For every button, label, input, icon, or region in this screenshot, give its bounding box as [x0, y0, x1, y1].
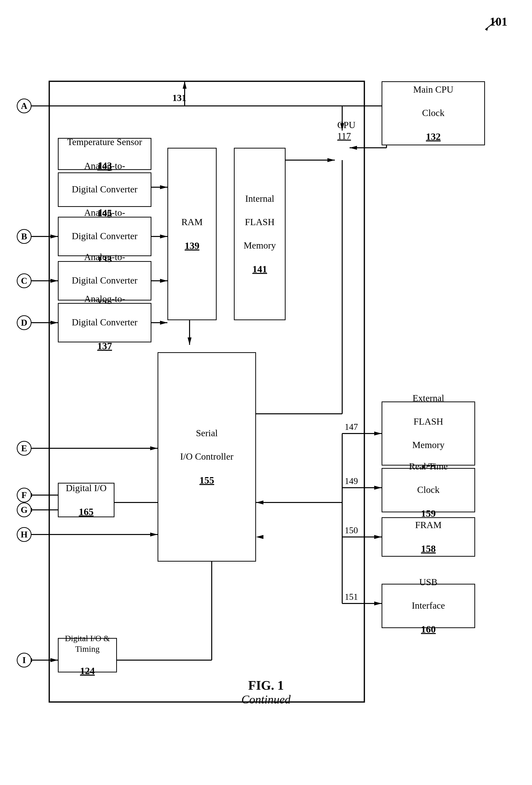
- figure-label: FIG. 1 Continued: [241, 678, 291, 706]
- svg-marker-15: [188, 337, 191, 345]
- svg-text:149: 149: [345, 476, 358, 486]
- external-flash-box: External FLASH Memory 157: [381, 402, 475, 465]
- serial-io-box: Serial I/O Controller 155: [158, 352, 256, 562]
- svg-marker-19: [327, 158, 335, 162]
- circle-h: H: [17, 527, 31, 542]
- svg-marker-49: [374, 486, 381, 490]
- svg-text:CPU: CPU: [337, 120, 355, 130]
- circle-g: G: [17, 503, 31, 517]
- svg-text:117: 117: [337, 131, 351, 141]
- svg-marker-46: [374, 432, 381, 435]
- main-cpu-clock-box: Main CPU Clock 132: [381, 81, 485, 145]
- adc-137-box: Analog-to- Digital Converter 137: [58, 303, 152, 343]
- svg-text:150: 150: [345, 525, 358, 535]
- adc-145-box: Analog-to- Digital Converter 145: [58, 172, 152, 207]
- svg-marker-7: [340, 123, 344, 130]
- svg-marker-37: [150, 533, 158, 536]
- circle-b: B: [17, 229, 31, 244]
- svg-marker-5: [183, 81, 187, 89]
- svg-text:151: 151: [345, 592, 358, 602]
- svg-marker-33: [51, 321, 58, 325]
- adc-133-box: Analog-to- Digital Converter 133: [58, 217, 152, 256]
- internal-flash-box: Internal FLASH Memory 141: [234, 148, 286, 320]
- svg-marker-27: [160, 321, 167, 325]
- svg-marker-60: [256, 501, 263, 504]
- svg-marker-53: [256, 535, 263, 539]
- ram-box: RAM 139: [167, 148, 217, 320]
- svg-marker-31: [51, 279, 58, 283]
- svg-marker-56: [374, 602, 381, 605]
- svg-text:131: 131: [172, 93, 186, 103]
- patent-arrow: [478, 15, 507, 34]
- fram-box: FRAM 158: [381, 517, 475, 557]
- svg-marker-23: [160, 234, 167, 238]
- page: 101 131 CPU 117: [0, 0, 532, 785]
- svg-text:147: 147: [345, 422, 358, 432]
- circle-c: C: [17, 273, 31, 288]
- circle-a: A: [17, 99, 31, 113]
- svg-marker-21: [160, 185, 167, 189]
- usb-interface-box: USB Interface 160: [381, 584, 475, 628]
- circle-f: F: [17, 488, 31, 503]
- svg-marker-62: [51, 658, 58, 662]
- svg-marker-52: [374, 535, 381, 539]
- svg-marker-35: [150, 446, 158, 450]
- digital-io-timing-box: Digital I/O & Timing 124: [58, 638, 117, 673]
- svg-marker-25: [160, 279, 167, 283]
- real-time-clock-box: Real Time Clock 159: [381, 468, 475, 512]
- circle-e: E: [17, 441, 31, 456]
- circle-d: D: [17, 315, 31, 330]
- svg-marker-13: [350, 146, 357, 150]
- svg-marker-29: [51, 234, 58, 238]
- circle-i: I: [17, 653, 31, 667]
- digital-io-box: Digital I/O 165: [58, 483, 114, 517]
